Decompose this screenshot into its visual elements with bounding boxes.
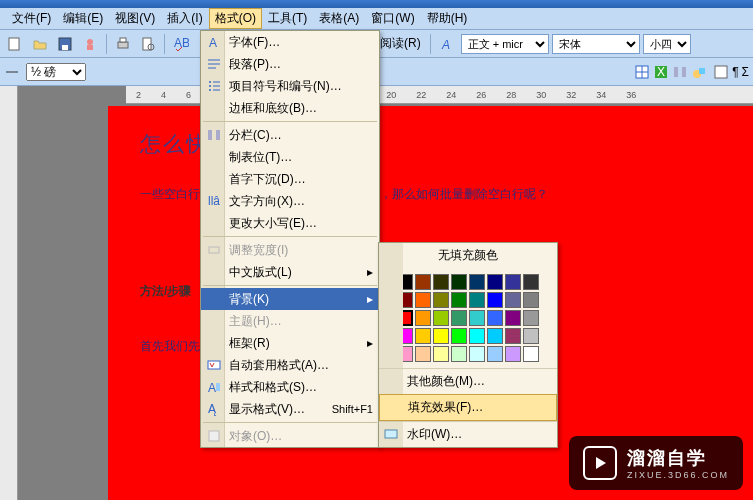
sigma-icon[interactable]: Σ [742, 65, 749, 79]
color-swatch[interactable] [523, 274, 539, 290]
menu-paragraph[interactable]: 段落(P)… [201, 53, 379, 75]
save-icon[interactable] [54, 33, 76, 55]
color-swatch[interactable] [415, 328, 431, 344]
color-swatch[interactable] [505, 274, 521, 290]
print-icon[interactable] [112, 33, 134, 55]
color-swatch[interactable] [505, 328, 521, 344]
color-swatch[interactable] [469, 346, 485, 362]
menu-styles[interactable]: A样式和格式(S)… [201, 376, 379, 398]
color-swatch[interactable] [469, 328, 485, 344]
color-swatch[interactable] [505, 292, 521, 308]
color-swatch[interactable] [433, 346, 449, 362]
menu-columns[interactable]: 分栏(C)… [201, 124, 379, 146]
background-submenu[interactable]: 无填充颜色 其他颜色(M)… 填充效果(F)… 水印(W)… [378, 242, 558, 448]
color-swatch[interactable] [415, 274, 431, 290]
color-palette[interactable] [379, 268, 557, 368]
svg-text:A: A [208, 381, 216, 395]
color-swatch[interactable] [523, 346, 539, 362]
menu-autoformat[interactable]: 自动套用格式(A)… [201, 354, 379, 376]
columns-icon[interactable] [672, 64, 688, 80]
site-watermark: 溜溜自学 ZIXUE.3D66.COM [569, 436, 743, 490]
fill-effects[interactable]: 填充效果(F)… [379, 394, 557, 421]
menu-insert[interactable]: 插入(I) [161, 8, 208, 29]
color-swatch[interactable] [523, 328, 539, 344]
more-colors[interactable]: 其他颜色(M)… [379, 368, 557, 394]
menu-bullets[interactable]: 项目符号和编号(N)… [201, 75, 379, 97]
chevron-right-icon: ▸ [367, 292, 373, 306]
menu-dropcap[interactable]: 首字下沉(D)… [201, 168, 379, 190]
menu-tools[interactable]: 工具(T) [262, 8, 313, 29]
no-fill-option[interactable]: 无填充颜色 [379, 243, 557, 268]
color-swatch[interactable] [451, 274, 467, 290]
color-swatch[interactable] [415, 310, 431, 326]
svg-point-31 [209, 81, 211, 83]
size-combo[interactable]: 小四 [643, 34, 691, 54]
menu-format[interactable]: 格式(O) [209, 8, 262, 29]
open-icon[interactable] [29, 33, 51, 55]
line-weight-combo[interactable]: ½ 磅 [26, 63, 86, 81]
read-label[interactable]: 阅读(R) [376, 35, 425, 52]
menu-font[interactable]: A字体(F)… [201, 31, 379, 53]
new-icon[interactable] [4, 33, 26, 55]
watermark-title: 溜溜自学 [627, 446, 729, 470]
color-swatch[interactable] [487, 346, 503, 362]
spellcheck-icon[interactable]: ABC [170, 33, 192, 55]
color-swatch[interactable] [523, 292, 539, 308]
menu-tabs[interactable]: 制表位(T)… [201, 146, 379, 168]
watermark-option[interactable]: 水印(W)… [379, 421, 557, 447]
color-swatch[interactable] [451, 292, 467, 308]
line-style-icon[interactable] [4, 64, 20, 80]
menu-theme: 主题(H)… [201, 310, 379, 332]
menu-case[interactable]: 更改大小写(E)… [201, 212, 379, 234]
menu-frame[interactable]: 框架(R)▸ [201, 332, 379, 354]
preview-icon[interactable] [137, 33, 159, 55]
showmarks-icon[interactable]: ¶ [732, 65, 738, 79]
svg-rect-25 [699, 68, 705, 74]
color-swatch[interactable] [487, 310, 503, 326]
color-swatch[interactable] [469, 274, 485, 290]
color-swatch[interactable] [451, 346, 467, 362]
paragraph-icon [203, 53, 225, 75]
style-name-combo[interactable]: 正文 + micr [461, 34, 549, 54]
color-swatch[interactable] [433, 328, 449, 344]
docmap-icon[interactable] [713, 64, 729, 80]
menu-file[interactable]: 文件(F) [6, 8, 57, 29]
svg-rect-41 [208, 361, 220, 369]
menu-cjk[interactable]: 中文版式(L)▸ [201, 261, 379, 283]
menubar[interactable]: 文件(F) 编辑(E) 视图(V) 插入(I) 格式(O) 工具(T) 表格(A… [0, 8, 753, 30]
color-swatch[interactable] [433, 310, 449, 326]
color-swatch[interactable] [433, 292, 449, 308]
color-swatch[interactable] [469, 292, 485, 308]
menu-view[interactable]: 视图(V) [109, 8, 161, 29]
color-swatch[interactable] [415, 292, 431, 308]
style-A-icon[interactable]: A [436, 33, 458, 55]
chevron-right-icon: ▸ [367, 336, 373, 350]
color-swatch[interactable] [487, 328, 503, 344]
drawing-icon[interactable] [691, 64, 707, 80]
menu-background[interactable]: 背景(K)▸ [201, 288, 379, 310]
permission-icon[interactable] [79, 33, 101, 55]
menu-borders[interactable]: 边框和底纹(B)… [201, 97, 379, 119]
color-swatch[interactable] [433, 274, 449, 290]
font-combo[interactable]: 宋体 [552, 34, 640, 54]
menu-edit[interactable]: 编辑(E) [57, 8, 109, 29]
color-swatch[interactable] [487, 292, 503, 308]
table-icon[interactable] [634, 64, 650, 80]
menu-table[interactable]: 表格(A) [313, 8, 365, 29]
color-swatch[interactable] [523, 310, 539, 326]
play-icon [583, 446, 617, 480]
color-swatch[interactable] [505, 310, 521, 326]
menu-window[interactable]: 窗口(W) [365, 8, 420, 29]
menu-help[interactable]: 帮助(H) [421, 8, 474, 29]
color-swatch[interactable] [415, 346, 431, 362]
svg-rect-46 [385, 430, 397, 438]
format-dropdown[interactable]: A字体(F)… 段落(P)… 项目符号和编号(N)… 边框和底纹(B)… 分栏(… [200, 30, 380, 448]
menu-direction[interactable]: llâ文字方向(X)… [201, 190, 379, 212]
menu-reveal[interactable]: Ą显示格式(V)…Shift+F1 [201, 398, 379, 420]
color-swatch[interactable] [451, 310, 467, 326]
excel-icon[interactable]: X [653, 64, 669, 80]
color-swatch[interactable] [487, 274, 503, 290]
color-swatch[interactable] [469, 310, 485, 326]
color-swatch[interactable] [505, 346, 521, 362]
color-swatch[interactable] [451, 328, 467, 344]
